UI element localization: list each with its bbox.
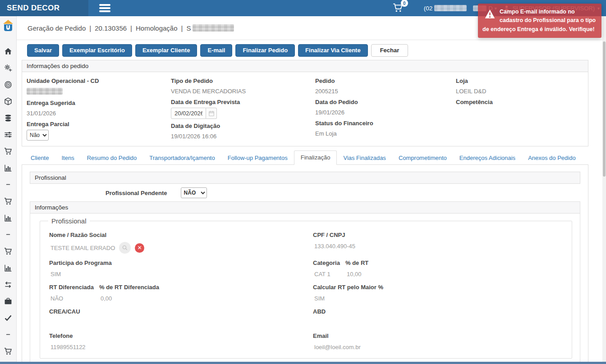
profissional-section-header: Profissional <box>30 172 580 184</box>
categoria-label: Categoria <box>313 259 340 266</box>
error-toast[interactable]: Campo E-mail informado no cadastro do Pr… <box>478 4 601 38</box>
nome-razao-social-value: TESTE EMAIL ERRADO✕ <box>49 242 144 254</box>
database-icon[interactable] <box>4 114 12 122</box>
fechar-button[interactable]: Fechar <box>371 44 409 57</box>
bar-chart-icon[interactable] <box>4 264 12 272</box>
calendar-icon[interactable] <box>206 108 217 119</box>
field-cpf-cnpj: CPF / CNPJ133.040.490-45 <box>313 226 355 250</box>
exemplar-escritorio-button[interactable]: Exemplar Escritório <box>62 44 132 57</box>
email-label: Email <box>313 332 361 339</box>
email-value: loeil@loeil.com.br <box>313 343 361 351</box>
form-cell: CREA/CAU <box>49 302 313 327</box>
tab-transportadora-icamento[interactable]: Transportadora/Içamento <box>143 151 221 165</box>
form-cell: CPF / CNPJ133.040.490-45 <box>313 226 567 254</box>
home-icon[interactable] <box>4 47 12 55</box>
tab-finalizacao[interactable]: Finalização <box>294 150 337 165</box>
tab-anexos-do-pedido[interactable]: Anexos do Pedido <box>522 151 582 165</box>
exemplar-cliente-button[interactable]: Exemplar Cliente <box>135 44 197 57</box>
profissional-pendente-select[interactable]: NÃO <box>181 187 207 198</box>
order-info-column: Unidade Operacional - CDEntrega Sugerida… <box>27 74 171 141</box>
tab-vias-finalizadas[interactable]: Vias Finalizadas <box>337 151 392 165</box>
tab-itens[interactable]: Itens <box>55 151 80 165</box>
vertical-scrollbar[interactable] <box>602 16 606 362</box>
tab-follow-up-pagamentos[interactable]: Follow-up Pagamentos <box>221 151 294 165</box>
tab-enderecos-adicionais[interactable]: Endereços Adicionais <box>453 151 522 165</box>
minus-icon[interactable] <box>5 330 12 339</box>
form-cell: CategoriaCAT 1% de RT10,00 <box>313 254 567 278</box>
finalizar-via-cliente-button[interactable]: Finalizar Via Cliente <box>298 44 368 57</box>
telefone-value: 11989551122 <box>49 343 86 351</box>
order-info-column: Pedido2005215Data do Pedido19/01/2026Sta… <box>315 74 456 141</box>
e-mail-button[interactable]: E-mail <box>200 44 232 57</box>
tab-resumo-do-pedido[interactable]: Resumo do Pedido <box>81 151 143 165</box>
profissional-pendente-label: Profissional Pendente <box>106 190 167 196</box>
de-rt-diferenciada-label: % de RT Diferenciada <box>99 284 159 291</box>
cart-icon[interactable] <box>4 247 12 255</box>
data-de-entrega-prevista-label: Data de Entrega Prevista <box>171 99 315 105</box>
field-telefone: Telefone11989551122 <box>49 327 86 351</box>
check-icon[interactable] <box>4 314 12 322</box>
cart-count-badge: 0 <box>401 0 408 7</box>
loja-value: LOEIL D&D <box>456 88 588 95</box>
form-cell: Nome / Razão SocialTESTE EMAIL ERRADO✕ <box>49 226 313 254</box>
entrega-parcial-select[interactable]: Não <box>27 130 49 141</box>
tab-cliente[interactable]: Cliente <box>24 151 55 165</box>
finalizar-pedido-button[interactable]: Finalizar Pedido <box>235 44 295 57</box>
hamburger-menu-icon[interactable] <box>99 3 110 14</box>
data-de-entrega-prevista-input[interactable] <box>171 108 206 119</box>
app-logo[interactable] <box>1 19 15 33</box>
scrollbar-thumb[interactable] <box>603 41 606 177</box>
minus-icon[interactable] <box>5 180 12 189</box>
competencia-value <box>456 109 588 116</box>
de-rt-diferenciada-value: 0,00 <box>99 294 159 302</box>
search-icon[interactable] <box>119 242 131 254</box>
bar-chart-icon[interactable] <box>4 214 12 222</box>
cpf-cnpj-label: CPF / CNPJ <box>313 232 355 238</box>
remove-icon[interactable]: ✕ <box>135 243 144 253</box>
field-de-rt: % de RT10,00 <box>345 254 368 278</box>
briefcase-icon[interactable] <box>4 297 12 305</box>
finalizacao-tab-panel: Profissional Profissional Pendente NÃO I… <box>22 165 588 364</box>
cart-icon[interactable] <box>4 197 12 205</box>
redacted-phone <box>434 5 467 11</box>
order-info-column: Tipo de PedidoVENDA DE MERCADORIASData d… <box>171 74 315 141</box>
rt-diferenciada-label: RT Diferenciada <box>49 284 94 291</box>
calcular-rt-pelo-maior-value: SIM <box>313 294 383 302</box>
field-rt-diferenciada: RT DiferenciadaNÃO <box>49 278 94 302</box>
tipo-de-pedido-value: VENDA DE MERCADORIAS <box>171 88 315 95</box>
order-info-column: LojaLOEIL D&DCompetência <box>456 74 588 141</box>
tipo-de-pedido-label: Tipo de Pedido <box>171 77 315 84</box>
form-row: RT DiferenciadaNÃO% de RT Diferenciada0,… <box>45 278 567 302</box>
bar-chart-icon[interactable] <box>4 164 12 172</box>
field-crea-cau: CREA/CAU <box>49 302 80 327</box>
cart-icon[interactable] <box>4 347 12 355</box>
profissional-fieldset: Profissional Nome / Razão SocialTESTE EM… <box>40 217 572 359</box>
tab-comprometimento[interactable]: Comprometimento <box>392 151 453 165</box>
cpf-cnpj-value: 133.040.490-45 <box>313 242 355 250</box>
sliders-icon[interactable] <box>4 130 12 139</box>
cart-button[interactable]: 0 <box>392 3 404 14</box>
brand-logo[interactable]: SEND DECOR <box>0 0 88 16</box>
minus-icon[interactable] <box>5 230 12 239</box>
redacted-value <box>27 88 171 96</box>
data-de-entrega-prevista-input-group <box>171 108 315 119</box>
target-icon[interactable] <box>4 80 12 89</box>
exchange-icon[interactable] <box>4 280 12 289</box>
sidebar <box>0 16 17 364</box>
form-row: Telefone11989551122Emailloeil@loeil.com.… <box>45 327 567 351</box>
form-row: Participa do ProgramaSIMCategoriaCAT 1% … <box>45 254 567 278</box>
abd-value <box>313 318 326 327</box>
cube-icon[interactable] <box>4 97 12 105</box>
page-title: Geração de Pedido <box>28 24 86 32</box>
gears-icon[interactable] <box>4 64 12 72</box>
informacoes-section: Informações Profissional Nome / Razão So… <box>30 201 580 364</box>
field-participa-do-programa: Participa do ProgramaSIM <box>49 254 112 278</box>
salvar-button[interactable]: Salvar <box>27 44 59 57</box>
environment-label: Homologação <box>136 24 178 32</box>
profissional-legend: Profissional <box>48 217 90 225</box>
nome-razao-social-label: Nome / Razão Social <box>49 232 144 238</box>
field-calcular-rt-pelo-maior: Calcular RT pelo Maior %SIM <box>313 278 383 302</box>
status-do-financeiro-value: Em Loja <box>315 130 456 137</box>
toolbar: SalvarExemplar EscritórioExemplar Client… <box>27 44 588 57</box>
cart-icon[interactable] <box>4 147 12 155</box>
